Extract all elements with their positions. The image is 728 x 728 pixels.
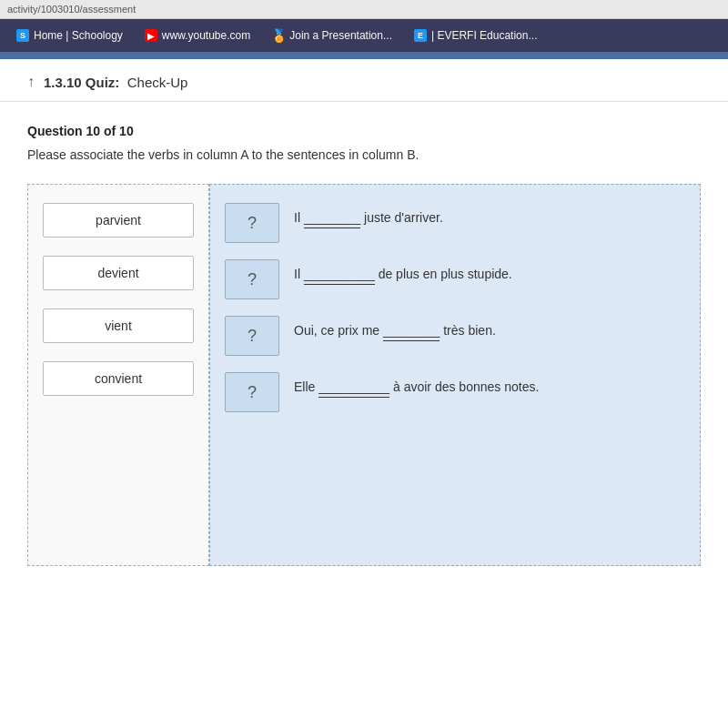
column-a: parvient devient vient convient: [27, 184, 209, 566]
bookmark-label-schoology: Home | Schoology: [34, 29, 123, 42]
quiz-title: 1.3.10 Quiz: Check-Up: [44, 75, 187, 90]
blank-1: ________: [304, 208, 360, 228]
blank-2: __________: [304, 265, 375, 285]
youtube-icon: ▶: [145, 29, 157, 42]
bookmark-nearpod[interactable]: 🏅 Join a Presentation...: [263, 25, 401, 46]
sentence-row-2: ? Il __________ de plus en plus stupide.: [225, 259, 685, 299]
top-stripe: [0, 52, 728, 59]
blank-3: ________: [383, 321, 440, 341]
placeholder-2[interactable]: ?: [225, 259, 279, 299]
sentence-text-3: Oui, ce prix me ________ très bien.: [294, 316, 685, 341]
schoology-icon: S: [16, 29, 29, 42]
main-content: Question 10 of 10 Please associate the v…: [0, 102, 728, 588]
bookmark-home-schoology[interactable]: S Home | Schoology: [7, 25, 132, 46]
sentence-text-1: Il ________ juste d'arriver.: [294, 203, 685, 228]
quiz-header: ↑ 1.3.10 Quiz: Check-Up: [0, 59, 728, 102]
placeholder-1[interactable]: ?: [225, 203, 279, 243]
sentence-row-1: ? Il ________ juste d'arriver.: [225, 203, 685, 243]
verb-devient[interactable]: devient: [43, 256, 194, 290]
verb-convient[interactable]: convient: [43, 361, 194, 396]
blank-4: __________: [318, 378, 389, 398]
back-icon: ↑: [27, 74, 35, 90]
nearpod-icon: 🏅: [272, 29, 285, 42]
sentence-row-4: ? Elle __________ à avoir des bonnes not…: [225, 372, 685, 412]
address-bar: activity/1003010/assessment: [0, 0, 728, 19]
everfi-icon: E: [414, 29, 427, 42]
page-content: ↑ 1.3.10 Quiz: Check-Up Question 10 of 1…: [0, 52, 728, 728]
sentence-text-4: Elle __________ à avoir des bonnes notes…: [294, 372, 685, 398]
placeholder-3[interactable]: ?: [225, 316, 279, 356]
url-text: activity/1003010/assessment: [7, 4, 136, 15]
placeholder-4[interactable]: ?: [225, 372, 279, 412]
bookmark-everfi[interactable]: E | EVERFI Education...: [405, 25, 547, 46]
columns-container: parvient devient vient convient ? Il ___…: [27, 184, 701, 566]
bookmark-label-everfi: | EVERFI Education...: [431, 29, 538, 42]
question-label: Question 10 of 10: [27, 124, 701, 138]
bookmarks-bar: S Home | Schoology ▶ www.youtube.com 🏅 J…: [0, 19, 728, 52]
bookmark-youtube[interactable]: ▶ www.youtube.com: [136, 25, 259, 46]
bookmark-label-youtube: www.youtube.com: [162, 29, 250, 42]
bookmark-label-nearpod: Join a Presentation...: [289, 29, 392, 42]
sentence-row-3: ? Oui, ce prix me ________ très bien.: [225, 316, 685, 356]
question-instruction: Please associate the verbs in column A t…: [27, 147, 701, 162]
column-b: ? Il ________ juste d'arriver. ? Il ____…: [209, 184, 701, 566]
verb-parvient[interactable]: parvient: [43, 203, 194, 238]
sentence-text-2: Il __________ de plus en plus stupide.: [294, 259, 685, 285]
verb-vient[interactable]: vient: [43, 308, 194, 343]
